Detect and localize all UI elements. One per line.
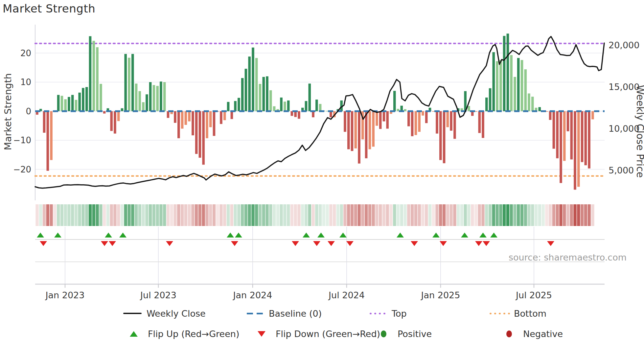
legend-item-negative: Negative bbox=[499, 328, 563, 340]
top-dots-icon bbox=[368, 313, 387, 314]
legend-label: Positive bbox=[398, 329, 432, 339]
left-tick-labels: 20100−10−20 bbox=[13, 48, 31, 174]
svg-text:−10: −10 bbox=[13, 135, 31, 145]
flip-down-triangle-icon bbox=[252, 331, 271, 337]
legend-item-flip-up: Flip Up (Red→Green) bbox=[124, 328, 240, 340]
legend-item-bottom: Bottom bbox=[490, 307, 546, 319]
strength-heatmap bbox=[35, 204, 594, 226]
legend-item-baseline: Baseline (0) bbox=[245, 307, 322, 319]
source-text: source: sharemaestro.com bbox=[509, 252, 627, 262]
legend-item-top: Top bbox=[368, 307, 407, 319]
legend-label: Baseline (0) bbox=[269, 308, 322, 319]
weekly-close-line-icon bbox=[123, 313, 142, 314]
svg-text:20,000: 20,000 bbox=[609, 40, 639, 50]
flip-up-triangle-icon bbox=[124, 331, 143, 337]
svg-text:10: 10 bbox=[20, 77, 31, 87]
svg-text:Market Strength: Market Strength bbox=[2, 73, 13, 150]
svg-text:20: 20 bbox=[20, 48, 31, 58]
legend-label: Weekly Close bbox=[147, 308, 206, 319]
svg-text:Jan 2023: Jan 2023 bbox=[45, 290, 85, 300]
svg-text:0: 0 bbox=[26, 106, 31, 116]
legend-label: Negative bbox=[523, 329, 563, 339]
legend-item-weekly-close: Weekly Close bbox=[123, 307, 206, 319]
legend-label: Flip Up (Red→Green) bbox=[148, 329, 240, 339]
x-tick-labels: Jan 2023Jul 2023Jan 2024Jul 2024Jan 2025… bbox=[45, 290, 552, 300]
legend-label: Top bbox=[392, 308, 407, 319]
flip-up-markers bbox=[37, 233, 497, 238]
negative-dot-icon bbox=[499, 330, 518, 337]
svg-text:source: sharemaestro.com: source: sharemaestro.com bbox=[509, 252, 627, 262]
right-axis-title: Weekly Close Price bbox=[634, 85, 644, 178]
chart-canvas: Jan 2023Jul 2023Jan 2024Jul 2024Jan 2025… bbox=[0, 0, 644, 362]
svg-text:Jul 2024: Jul 2024 bbox=[328, 290, 365, 300]
svg-text:−20: −20 bbox=[13, 165, 31, 174]
legend-label: Bottom bbox=[514, 308, 546, 319]
market-strength-chart-page: Market Strength Jan 2023Jul 2023Jan 2024… bbox=[0, 0, 644, 362]
x-axis bbox=[35, 284, 605, 288]
svg-text:Jan 2025: Jan 2025 bbox=[421, 290, 460, 300]
positive-dot-icon bbox=[374, 330, 393, 337]
flip-down-markers bbox=[40, 241, 554, 246]
svg-text:Jul 2025: Jul 2025 bbox=[515, 290, 552, 300]
legend-item-positive: Positive bbox=[374, 328, 432, 340]
bottom-dots-icon bbox=[490, 313, 509, 314]
baseline-dashes-icon bbox=[245, 313, 264, 314]
legend-item-flip-down: Flip Down (Green→Red) bbox=[252, 328, 380, 340]
left-axis-title: Market Strength bbox=[2, 73, 13, 150]
svg-text:5,000: 5,000 bbox=[609, 165, 634, 175]
svg-text:Weekly Close Price: Weekly Close Price bbox=[634, 85, 644, 178]
legend-label: Flip Down (Green→Red) bbox=[276, 329, 380, 339]
svg-text:Jul 2023: Jul 2023 bbox=[140, 290, 176, 300]
svg-text:Jan 2024: Jan 2024 bbox=[233, 290, 272, 300]
